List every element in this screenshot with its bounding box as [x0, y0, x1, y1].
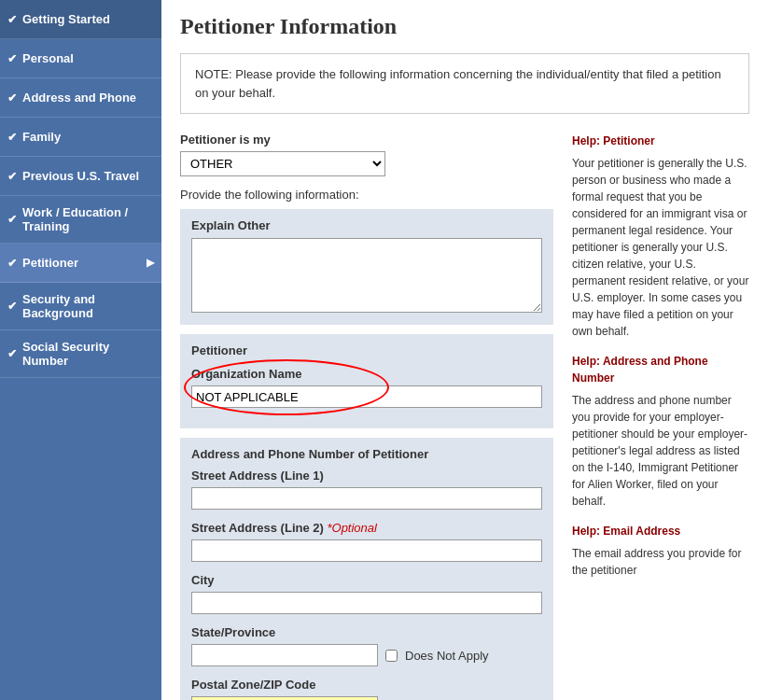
state-input-row: Does Not Apply: [191, 644, 542, 666]
city-row: City: [191, 573, 542, 614]
check-icon: ✔: [7, 91, 17, 105]
sidebar-item-label: Address and Phone: [22, 91, 136, 105]
note-box: NOTE: Please provide the following infor…: [180, 53, 749, 114]
org-name-input[interactable]: [191, 385, 542, 408]
help-section: Help: Petitioner Your petitioner is gene…: [572, 133, 749, 700]
help-petitioner-text: Your petitioner is generally the U.S. pe…: [572, 155, 749, 340]
sidebar-item-label: Work / Education / Training: [22, 205, 154, 233]
check-icon: ✔: [7, 170, 17, 183]
street2-row: Street Address (Line 2) *Optional: [191, 521, 542, 562]
check-icon: ✔: [7, 300, 17, 313]
city-input[interactable]: [191, 592, 542, 614]
check-icon: ✔: [7, 131, 17, 144]
help-email-text: The email address you provide for the pe…: [572, 545, 749, 579]
help-address-text: The address and phone number you provide…: [572, 392, 749, 510]
street1-input[interactable]: [191, 487, 542, 510]
sidebar-item-label: Getting Started: [22, 12, 110, 26]
explain-other-label: Explain Other: [191, 218, 542, 232]
postal-row: Postal Zone/ZIP Code Does Not Apply: [191, 678, 542, 700]
check-icon: ✔: [7, 52, 17, 65]
petitioner-is-my-group: Petitioner is my OTHER Spouse Parent Sib…: [180, 133, 553, 176]
main-content: Petitioner Information NOTE: Please prov…: [161, 0, 768, 700]
sidebar-item-label: Social Security Number: [22, 340, 154, 368]
sidebar-item-work-education[interactable]: ✔ Work / Education / Training: [0, 196, 161, 244]
sidebar-item-label: Previous U.S. Travel: [22, 169, 139, 183]
content-area: Petitioner is my OTHER Spouse Parent Sib…: [180, 133, 749, 700]
sidebar-item-social-security[interactable]: ✔ Social Security Number: [0, 330, 161, 378]
sidebar-item-label: Security and Background: [22, 292, 154, 320]
note-text: NOTE: Please provide the following infor…: [195, 67, 721, 100]
check-icon: ✔: [7, 13, 17, 26]
optional-label: *Optional: [327, 521, 376, 535]
sidebar-item-label: Personal: [22, 51, 74, 65]
petitioner-section: Petitioner Organization Name: [180, 334, 553, 428]
sidebar-item-previous-us-travel[interactable]: ✔ Previous U.S. Travel: [0, 157, 161, 196]
state-input[interactable]: [191, 644, 378, 666]
sidebar-item-family[interactable]: ✔ Family: [0, 118, 161, 157]
address-section-title: Address and Phone Number of Petitioner: [191, 447, 542, 461]
sidebar-item-address-and-phone[interactable]: ✔ Address and Phone: [0, 78, 161, 118]
address-section: Address and Phone Number of Petitioner S…: [180, 438, 553, 700]
arrow-icon: ▶: [147, 257, 154, 269]
sidebar-item-petitioner[interactable]: ✔ Petitioner ▶: [0, 244, 161, 283]
sidebar-item-security-background[interactable]: ✔ Security and Background: [0, 283, 161, 330]
check-icon: ✔: [7, 257, 17, 270]
page-title: Petitioner Information: [180, 14, 749, 39]
sidebar-item-label: Family: [22, 130, 61, 144]
help-address-title: Help: Address and Phone Number: [572, 353, 749, 386]
state-does-not-apply-label: Does Not Apply: [405, 649, 489, 663]
check-icon: ✔: [7, 347, 17, 360]
street1-row: Street Address (Line 1): [191, 469, 542, 510]
postal-input[interactable]: [191, 696, 378, 700]
provide-info-label: Provide the following information:: [180, 188, 553, 202]
petitioner-is-my-label: Petitioner is my: [180, 133, 553, 147]
state-label: State/Province: [191, 625, 542, 639]
street2-label: Street Address (Line 2) *Optional: [191, 521, 542, 535]
form-section: Petitioner is my OTHER Spouse Parent Sib…: [180, 133, 553, 700]
state-does-not-apply-checkbox[interactable]: [385, 650, 398, 662]
state-row: State/Province Does Not Apply: [191, 625, 542, 666]
check-icon: ✔: [7, 213, 17, 226]
explain-other-textarea[interactable]: [191, 238, 542, 313]
postal-label: Postal Zone/ZIP Code: [191, 678, 542, 692]
org-name-label: Organization Name: [191, 367, 542, 381]
help-email-title: Help: Email Address: [572, 523, 749, 539]
org-name-group: Organization Name: [191, 367, 542, 408]
street2-input[interactable]: [191, 539, 542, 562]
postal-input-row: Does Not Apply: [191, 696, 542, 700]
petitioner-is-my-select[interactable]: OTHER Spouse Parent Sibling Employer: [180, 151, 385, 176]
sidebar: ✔ Getting Started ✔ Personal ✔ Address a…: [0, 0, 161, 700]
explain-other-box: Explain Other: [180, 209, 553, 325]
help-petitioner-title: Help: Petitioner: [572, 133, 749, 149]
city-label: City: [191, 573, 542, 587]
petitioner-section-title: Petitioner: [191, 343, 542, 357]
sidebar-item-getting-started[interactable]: ✔ Getting Started: [0, 0, 161, 39]
sidebar-item-personal[interactable]: ✔ Personal: [0, 39, 161, 78]
street1-label: Street Address (Line 1): [191, 469, 542, 483]
sidebar-item-label: Petitioner: [22, 256, 78, 270]
